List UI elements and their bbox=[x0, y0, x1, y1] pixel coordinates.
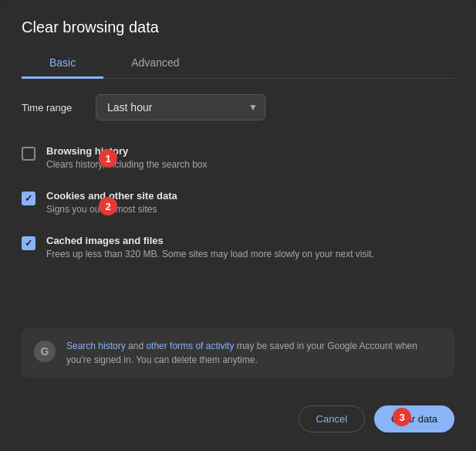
cached-checkbox[interactable] bbox=[22, 236, 35, 250]
cached-desc: Frees up less than 320 MB. Some sites ma… bbox=[46, 248, 374, 261]
dialog-footer: Cancel Clear data bbox=[22, 396, 454, 432]
tab-advanced[interactable]: Advanced bbox=[103, 49, 207, 79]
browsing-history-title: Browsing history bbox=[46, 145, 208, 157]
list-item: Browsing history Clears history, includi… bbox=[22, 136, 454, 181]
cookies-title: Cookies and other site data bbox=[46, 190, 177, 202]
cancel-button[interactable]: Cancel bbox=[299, 405, 365, 432]
browsing-history-checkbox[interactable] bbox=[22, 147, 35, 161]
clear-browsing-data-dialog: Clear browsing data Basic Advanced Time … bbox=[0, 0, 476, 451]
browsing-history-checkbox-wrapper[interactable] bbox=[22, 147, 35, 161]
browsing-history-text: Browsing history Clears history, includi… bbox=[46, 145, 208, 171]
list-item: Cookies and other site data Signs you ou… bbox=[22, 181, 454, 226]
cookies-desc: Signs you out of most sites bbox=[46, 203, 177, 216]
clear-data-button[interactable]: Clear data bbox=[374, 405, 454, 432]
cached-title: Cached images and files bbox=[46, 235, 374, 246]
cached-checkbox-wrapper[interactable] bbox=[22, 236, 35, 250]
options-list: Browsing history Clears history, includi… bbox=[22, 136, 454, 322]
tabs-container: Basic Advanced bbox=[22, 49, 454, 79]
list-item: Cached images and files Frees up less th… bbox=[22, 226, 454, 270]
time-range-select-wrapper: Last hour Last 24 hours Last 7 days Last… bbox=[96, 94, 265, 120]
tab-basic[interactable]: Basic bbox=[22, 49, 103, 79]
cookies-checkbox[interactable] bbox=[22, 192, 35, 205]
google-icon: G bbox=[34, 341, 56, 362]
dialog-title: Clear browsing data bbox=[22, 19, 454, 36]
time-range-select[interactable]: Last hour Last 24 hours Last 7 days Last… bbox=[96, 94, 265, 120]
time-range-label: Time range bbox=[22, 102, 83, 114]
cookies-checkbox-wrapper[interactable] bbox=[22, 192, 35, 205]
search-history-link[interactable]: Search history bbox=[66, 341, 126, 351]
time-range-row: Time range Last hour Last 24 hours Last … bbox=[22, 94, 454, 120]
other-forms-link[interactable]: other forms of activity bbox=[146, 341, 234, 351]
cookies-text: Cookies and other site data Signs you ou… bbox=[46, 190, 177, 216]
google-info-text: Search history and other forms of activi… bbox=[66, 339, 442, 367]
google-info-box: G Search history and other forms of acti… bbox=[22, 328, 454, 378]
browsing-history-desc: Clears history, including the search box bbox=[46, 158, 208, 171]
cached-text: Cached images and files Frees up less th… bbox=[46, 235, 374, 261]
